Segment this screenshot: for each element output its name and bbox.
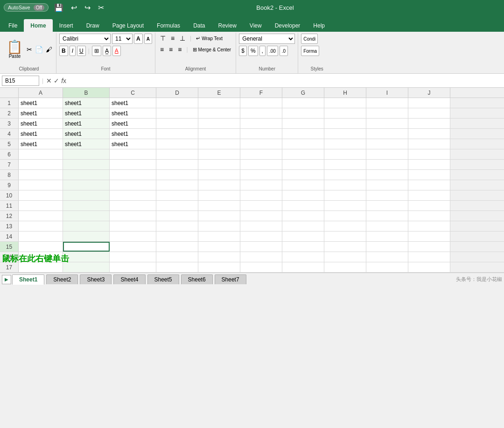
cell-J1[interactable] (408, 98, 450, 108)
cell-J16[interactable] (408, 252, 450, 262)
cell-J12[interactable] (408, 211, 450, 221)
cell-E4[interactable] (198, 129, 240, 139)
tab-file[interactable]: File (2, 20, 24, 32)
cell-D7[interactable] (156, 160, 198, 169)
cell-G9[interactable] (282, 180, 324, 190)
cell-C15[interactable] (110, 242, 156, 252)
cell-A8[interactable] (19, 170, 63, 180)
sheet-tab-sheet2[interactable]: Sheet2 (46, 274, 78, 284)
cell-A17[interactable] (19, 262, 63, 272)
col-header-b[interactable]: B (63, 88, 110, 98)
font-size-select[interactable]: 11 (112, 34, 133, 44)
cell-E11[interactable] (198, 201, 240, 210)
cell-A7[interactable] (19, 160, 63, 169)
paste-button[interactable]: 📋 Paste (5, 40, 25, 60)
row-num-3[interactable]: 3 (0, 119, 19, 128)
increase-decimal-button[interactable]: .00 (267, 46, 278, 56)
cell-G5[interactable] (282, 139, 324, 149)
cell-C5[interactable]: sheet1 (110, 139, 156, 149)
cell-B7[interactable] (63, 160, 110, 169)
cell-I13[interactable] (366, 221, 408, 231)
cell-I5[interactable] (366, 139, 408, 149)
cell-I9[interactable] (366, 180, 408, 190)
cell-F14[interactable] (240, 232, 282, 241)
cell-H5[interactable] (324, 139, 366, 149)
merge-center-button[interactable]: ⊞ Merge & Center (191, 46, 233, 54)
cell-E15[interactable] (198, 242, 240, 252)
cell-H4[interactable] (324, 129, 366, 139)
cell-E7[interactable] (198, 160, 240, 169)
cell-F10[interactable] (240, 190, 282, 200)
cell-E14[interactable] (198, 232, 240, 241)
cell-J7[interactable] (408, 160, 450, 169)
cell-E17[interactable] (198, 262, 240, 272)
cell-C17[interactable] (110, 262, 156, 272)
cell-F9[interactable] (240, 180, 282, 190)
cell-G4[interactable] (282, 129, 324, 139)
cell-A4[interactable]: sheet1 (19, 129, 63, 139)
save-icon[interactable]: 💾 (52, 2, 65, 13)
cell-H8[interactable] (324, 170, 366, 180)
insert-function-icon[interactable]: fx (61, 77, 66, 84)
cell-J4[interactable] (408, 129, 450, 139)
cell-G1[interactable] (282, 98, 324, 108)
cell-H13[interactable] (324, 221, 366, 231)
cell-F5[interactable] (240, 139, 282, 149)
cell-E12[interactable] (198, 211, 240, 221)
cell-J13[interactable] (408, 221, 450, 231)
cell-B6[interactable] (63, 149, 110, 159)
cell-D9[interactable] (156, 180, 198, 190)
cell-D12[interactable] (156, 211, 198, 221)
cell-A16[interactable] (19, 252, 63, 262)
row-num-13[interactable]: 13 (0, 221, 19, 231)
decrease-font-button[interactable]: A (144, 34, 152, 44)
cell-J15[interactable] (408, 242, 450, 252)
cell-C9[interactable] (110, 180, 156, 190)
bold-button[interactable]: B (59, 46, 68, 56)
row-num-5[interactable]: 5 (0, 139, 19, 149)
cell-G11[interactable] (282, 201, 324, 210)
cell-B3[interactable]: sheet1 (63, 119, 110, 128)
cell-D8[interactable] (156, 170, 198, 180)
cell-F17[interactable] (240, 262, 282, 272)
cell-B15[interactable] (63, 242, 110, 252)
cell-B11[interactable] (63, 201, 110, 210)
cell-I16[interactable] (366, 252, 408, 262)
row-num-6[interactable]: 6 (0, 149, 19, 159)
align-right-button[interactable]: ≡ (176, 45, 183, 54)
cell-B9[interactable] (63, 180, 110, 190)
cell-D1[interactable] (156, 98, 198, 108)
sheet-tab-sheet7[interactable]: Sheet7 (215, 274, 246, 284)
align-center-button[interactable]: ≡ (167, 45, 175, 54)
cell-A3[interactable]: sheet1 (19, 119, 63, 128)
font-color-button[interactable]: A (112, 46, 121, 56)
cell-I12[interactable] (366, 211, 408, 221)
cell-C4[interactable]: sheet1 (110, 129, 156, 139)
cell-I3[interactable] (366, 119, 408, 128)
customize-icon[interactable]: ✂ (96, 2, 106, 13)
formula-input[interactable] (68, 77, 502, 85)
cell-F1[interactable] (240, 98, 282, 108)
cell-H2[interactable] (324, 108, 366, 118)
cell-B4[interactable]: sheet1 (63, 129, 110, 139)
cell-H3[interactable] (324, 119, 366, 128)
cell-B5[interactable]: sheet1 (63, 139, 110, 149)
cell-I7[interactable] (366, 160, 408, 169)
cell-C2[interactable]: sheet1 (110, 108, 156, 118)
col-header-h[interactable]: H (324, 88, 366, 98)
cell-I11[interactable] (366, 201, 408, 210)
cell-B2[interactable]: sheet1 (63, 108, 110, 118)
cell-I10[interactable] (366, 190, 408, 200)
cell-E3[interactable] (198, 119, 240, 128)
format-painter-button[interactable]: 🖌 (45, 45, 53, 54)
row-num-11[interactable]: 11 (0, 201, 19, 210)
cell-D17[interactable] (156, 262, 198, 272)
cell-A9[interactable] (19, 180, 63, 190)
cell-G13[interactable] (282, 221, 324, 231)
decrease-decimal-button[interactable]: .0 (280, 46, 288, 56)
dollar-button[interactable]: $ (239, 46, 247, 56)
cell-B16[interactable] (63, 252, 110, 262)
tab-view[interactable]: View (243, 20, 268, 32)
row-num-12[interactable]: 12 (0, 211, 19, 221)
cell-I17[interactable] (366, 262, 408, 272)
